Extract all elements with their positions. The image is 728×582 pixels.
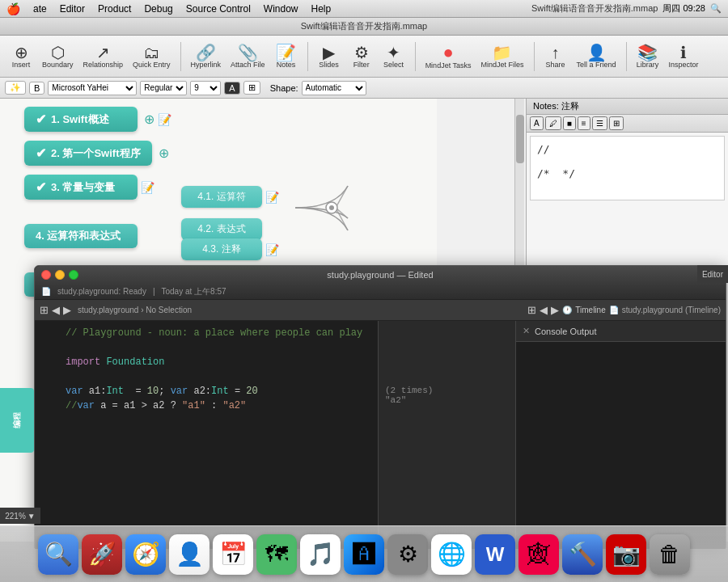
tb-slides[interactable]: ▶Slides bbox=[315, 43, 344, 70]
font-size-select[interactable]: 9 bbox=[190, 81, 221, 95]
shape-select[interactable]: Automatic bbox=[302, 81, 366, 95]
tb-notes[interactable]: 📝Notes bbox=[272, 43, 301, 70]
mn-scroll-thumb[interactable] bbox=[516, 115, 524, 163]
dock-safari[interactable]: 🧭 bbox=[125, 534, 166, 575]
fmt-bold-icon[interactable]: B bbox=[29, 82, 44, 95]
mn-toolbar: ⊕Insert ⬡Boundary ↗Relationship 🗂Quick E… bbox=[0, 36, 728, 78]
dock-xcode[interactable]: 🔨 bbox=[562, 534, 603, 575]
dock-calendar[interactable]: 📅 bbox=[213, 534, 253, 575]
subnode-4-1-edit[interactable]: 📝 bbox=[265, 191, 279, 204]
pg-grid-icon[interactable]: ⊞ bbox=[40, 304, 49, 316]
svg-line-2 bbox=[336, 208, 348, 230]
tb-insert[interactable]: ⊕Insert bbox=[6, 43, 36, 70]
notes-content[interactable]: // /* */ bbox=[530, 136, 725, 200]
subnode-4-3[interactable]: 4.3. 注释 📝 bbox=[181, 238, 279, 260]
notes-table[interactable]: ⊞ bbox=[609, 116, 624, 130]
node-3-label: 3. 常量与变量 bbox=[51, 180, 115, 195]
menu-editor[interactable]: Editor bbox=[53, 3, 91, 15]
app-title: Swift编辑语音音开发指南.mmap bbox=[531, 2, 658, 15]
pg-grid-right-icon[interactable]: ⊞ bbox=[527, 304, 536, 316]
menu-window[interactable]: Window bbox=[257, 3, 305, 15]
tb-share[interactable]: ↑Share bbox=[541, 43, 570, 70]
pg-back-icon[interactable]: ◀ bbox=[52, 304, 60, 316]
apple-menu[interactable]: 🍎 bbox=[0, 2, 27, 15]
minimize-button[interactable] bbox=[55, 270, 65, 280]
fmt-text-color[interactable]: A bbox=[224, 82, 239, 95]
dock-launchpad[interactable]: 🚀 bbox=[82, 534, 122, 575]
dock-mindnode[interactable]: 🕸 bbox=[518, 534, 559, 575]
dock-maps[interactable]: 🗺 bbox=[256, 534, 297, 575]
tb-mindjet-tasks[interactable]: ●MindJet Tasks bbox=[422, 42, 475, 71]
node-2[interactable]: ✔ 2. 第一个Swift程序 ⊕ bbox=[24, 141, 169, 166]
node-2-add[interactable]: ⊕ bbox=[159, 146, 169, 161]
tb-inspector[interactable]: ℹInspector bbox=[666, 43, 702, 70]
zoom-down-arrow[interactable]: ▼ bbox=[28, 512, 36, 521]
pg-next-icon[interactable]: ▶ bbox=[551, 304, 559, 316]
menu-help[interactable]: Help bbox=[305, 3, 338, 15]
tb-tell-friend[interactable]: 👤Tell a Friend bbox=[574, 43, 620, 70]
tb-relationship[interactable]: ↗Relationship bbox=[80, 43, 127, 70]
fmt-expand[interactable]: ⊞ bbox=[243, 81, 260, 95]
font-family-select[interactable]: Microsoft YaHei bbox=[48, 81, 137, 95]
tb-quick-entry[interactable]: 🗂Quick Entry bbox=[129, 43, 174, 70]
tb-mindjet-files[interactable]: 📁MindJet Files bbox=[477, 43, 527, 70]
tb-hyperlink[interactable]: 🔗Hyperlink bbox=[188, 43, 225, 70]
node-3[interactable]: ✔ 3. 常量与变量 📝 bbox=[24, 175, 154, 200]
dock-appstore[interactable]: 🅰 bbox=[344, 534, 384, 575]
tb-library[interactable]: 📚Library bbox=[633, 43, 662, 70]
dock-trash[interactable]: 🗑 bbox=[650, 534, 690, 575]
menubar: 🍎 ate Editor Product Debug Source Contro… bbox=[0, 0, 728, 18]
check-icon-2: ✔ bbox=[36, 146, 46, 161]
menu-product[interactable]: Product bbox=[91, 3, 138, 15]
node-1-edit[interactable]: 📝 bbox=[158, 113, 171, 126]
notes-panel-title: Notes: 注释 bbox=[527, 99, 728, 115]
dock-itunes[interactable]: 🎵 bbox=[300, 534, 341, 575]
tb-boundary[interactable]: ⬡Boundary bbox=[39, 43, 77, 70]
dock-finder[interactable]: 🔍 bbox=[38, 534, 78, 575]
subnode-4-3-edit[interactable]: 📝 bbox=[265, 243, 279, 256]
pg-prev-icon[interactable]: ◀ bbox=[540, 304, 548, 316]
mn-formatbar: ✨ B Microsoft YaHei Regular 9 A ⊞ Shape:… bbox=[0, 78, 728, 99]
notes-bold[interactable]: ■ bbox=[563, 116, 576, 130]
console-panel: ✕ Console Output bbox=[515, 321, 726, 549]
pg-file-icon-right: 📄 bbox=[609, 306, 619, 314]
node-3-edit[interactable]: 📝 bbox=[141, 181, 154, 194]
mn-title: Swift编辑语音音开发指南.mmap bbox=[301, 20, 427, 32]
notes-list[interactable]: ☰ bbox=[592, 116, 607, 130]
font-style-select[interactable]: Regular bbox=[140, 81, 187, 95]
svg-line-1 bbox=[336, 208, 348, 218]
dock-system-prefs[interactable]: ⚙ bbox=[387, 534, 428, 575]
tb-select[interactable]: ✦Select bbox=[379, 43, 408, 70]
dock-chrome[interactable]: 🌐 bbox=[431, 534, 472, 575]
menu-ate[interactable]: ate bbox=[27, 3, 53, 15]
check-icon-3: ✔ bbox=[36, 179, 46, 195]
maximize-button[interactable] bbox=[69, 270, 78, 280]
dock-word[interactable]: W bbox=[475, 534, 515, 575]
node-4[interactable]: 4. 运算符和表达式 bbox=[24, 224, 138, 248]
menu-source-control[interactable]: Source Control bbox=[180, 3, 257, 15]
console-content bbox=[516, 342, 726, 355]
check-icon-1: ✔ bbox=[36, 112, 46, 127]
dock-photobooth[interactable]: 📷 bbox=[606, 534, 646, 575]
search-icon[interactable]: 🔍 bbox=[710, 3, 722, 14]
code-editor[interactable]: // Playground - noun: a place where peop… bbox=[35, 321, 378, 549]
console-close-icon[interactable]: ✕ bbox=[523, 326, 530, 336]
subnode-4-2[interactable]: 4.2. 表达式 bbox=[181, 218, 262, 240]
close-button[interactable] bbox=[41, 270, 51, 280]
notes-align[interactable]: ≡ bbox=[578, 116, 590, 130]
toolbar-separator-5 bbox=[626, 42, 627, 71]
notes-highlight[interactable]: 🖊 bbox=[545, 116, 561, 130]
fmt-magic[interactable]: ✨ bbox=[5, 81, 26, 95]
subnode-4-1[interactable]: 4.1. 运算符 📝 bbox=[181, 186, 279, 208]
menu-debug[interactable]: Debug bbox=[138, 3, 179, 15]
pg-window-title: study.playground — Edited bbox=[327, 270, 433, 280]
dock: 🔍 🚀 🧭 👤 📅 🗺 🎵 🅰 ⚙ 🌐 W 🕸 🔨 📷 🗑 bbox=[0, 525, 728, 582]
tb-attach-file[interactable]: 📎Attach File bbox=[227, 43, 269, 70]
pg-forward-icon[interactable]: ▶ bbox=[63, 304, 71, 316]
node-1[interactable]: ✔ 1. Swift概述 ⊕ 📝 bbox=[24, 107, 171, 132]
tb-filter[interactable]: ⚙Filter bbox=[347, 43, 376, 70]
dock-contacts[interactable]: 👤 bbox=[169, 534, 210, 575]
notes-font-color[interactable]: A bbox=[530, 116, 544, 130]
playground-window: study.playground — Edited 📄 study.playgr… bbox=[34, 265, 726, 548]
node-1-add[interactable]: ⊕ bbox=[144, 112, 154, 127]
